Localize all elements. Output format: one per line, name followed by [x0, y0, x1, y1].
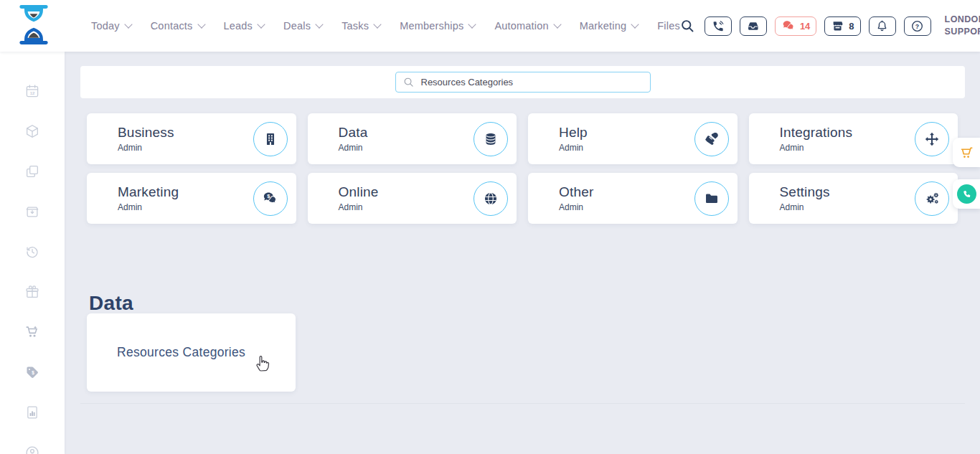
chevron-down-icon: [315, 20, 323, 28]
question-circle-icon: ?: [910, 19, 924, 33]
hands-helping-icon: [694, 122, 729, 156]
store-button[interactable]: 8: [824, 16, 860, 36]
card-subtitle: Admin: [559, 202, 594, 212]
database-icon: [473, 122, 508, 156]
nav-label: Automation: [494, 20, 548, 32]
gift-icon[interactable]: [24, 284, 40, 300]
copy-icon[interactable]: [24, 164, 40, 179]
building-icon: [253, 122, 288, 156]
folder-icon: [694, 181, 729, 216]
user-name: LONDON SUPPORT: [945, 14, 980, 38]
chevron-down-icon: [374, 20, 382, 28]
search-band: [80, 66, 965, 98]
section-title: Data: [89, 292, 133, 315]
nav-label: Deals: [283, 20, 311, 32]
user-name-line2: SUPPORT: [945, 26, 980, 38]
main-nav: Today Contacts Leads Deals Tasks Members…: [91, 20, 680, 32]
section-divider: [80, 403, 965, 404]
card-subtitle: Admin: [559, 143, 588, 153]
chevron-down-icon: [257, 20, 265, 28]
category-card-marketing[interactable]: MarketingAdmin $: [87, 173, 296, 224]
inbox-icon: [746, 19, 760, 33]
card-subtitle: Admin: [339, 202, 379, 212]
cube-icon[interactable]: [24, 123, 40, 139]
nav-label: Today: [91, 20, 120, 32]
main-content: BusinessAdmin DataAdmin: [65, 52, 980, 454]
phone-circle-icon: [957, 184, 976, 204]
history-icon[interactable]: [24, 244, 40, 260]
nav-label: Marketing: [580, 20, 626, 32]
user-name-line1: LONDON: [945, 14, 980, 26]
category-card-help[interactable]: HelpAdmin: [528, 113, 738, 164]
category-card-online[interactable]: OnlineAdmin: [308, 173, 517, 224]
comment-dollar-icon: $: [253, 181, 288, 216]
chat-button[interactable]: 14: [775, 16, 816, 36]
resources-categories-card[interactable]: Resources Categories: [87, 313, 296, 392]
search-icon[interactable]: [680, 19, 694, 33]
category-card-settings[interactable]: SettingsAdmin: [749, 173, 958, 224]
svg-text:?: ?: [915, 22, 919, 29]
shopping-cart-icon[interactable]: [24, 324, 40, 340]
nav-item-leads[interactable]: Leads: [224, 20, 265, 32]
card-subtitle: Admin: [339, 143, 368, 153]
nav-item-contacts[interactable]: Contacts: [151, 20, 204, 32]
arrows-move-icon: [915, 122, 949, 156]
category-card-data[interactable]: DataAdmin: [308, 113, 517, 164]
category-card-integrations[interactable]: IntegrationsAdmin: [749, 113, 958, 164]
resources-categories-label: Resources Categories: [117, 345, 245, 360]
chat-count-badge: 14: [800, 21, 810, 32]
user-circle-icon[interactable]: [24, 445, 40, 454]
topbar-actions: 14 8 ? LONDON SUPPORT: [680, 14, 980, 38]
card-title: Online: [339, 184, 379, 200]
card-title: Help: [559, 125, 588, 141]
bell-icon: [875, 19, 889, 33]
nav-item-files[interactable]: Files: [657, 20, 680, 32]
svg-text:12: 12: [30, 91, 35, 95]
store-count-badge: 8: [849, 21, 854, 32]
category-card-business[interactable]: BusinessAdmin: [87, 113, 296, 164]
phone-edge-tab[interactable]: [953, 179, 980, 209]
card-title: Marketing: [118, 184, 179, 200]
svg-text:$: $: [32, 370, 34, 376]
search-input[interactable]: [420, 76, 643, 88]
gears-icon: [915, 181, 949, 216]
left-sidebar: 12 $: [0, 52, 65, 454]
storefront-icon: [831, 19, 844, 33]
cart-edge-tab[interactable]: [953, 138, 980, 167]
card-subtitle: Admin: [118, 202, 179, 212]
nav-label: Memberships: [400, 20, 463, 32]
category-search: [395, 72, 651, 93]
category-grid: BusinessAdmin DataAdmin: [87, 113, 958, 224]
help-button[interactable]: ?: [904, 16, 931, 36]
top-bar: Today Contacts Leads Deals Tasks Members…: [0, 0, 980, 52]
price-tag-icon[interactable]: $: [24, 364, 40, 380]
report-icon[interactable]: [24, 405, 40, 420]
calendar-icon[interactable]: 12: [24, 83, 40, 99]
notifications-button[interactable]: [869, 16, 896, 36]
category-card-other[interactable]: OtherAdmin: [528, 173, 738, 224]
chevron-down-icon: [468, 20, 476, 28]
nav-item-tasks[interactable]: Tasks: [341, 20, 380, 32]
nav-label: Files: [657, 20, 680, 32]
card-subtitle: Admin: [118, 143, 174, 153]
card-title: Other: [559, 184, 594, 200]
card-title: Integrations: [780, 125, 853, 141]
nav-item-today[interactable]: Today: [91, 20, 131, 32]
nav-label: Tasks: [341, 20, 369, 32]
cart-icon: [958, 145, 974, 161]
nav-item-marketing[interactable]: Marketing: [580, 20, 638, 32]
card-title: Settings: [780, 184, 830, 200]
card-subtitle: Admin: [780, 143, 853, 153]
nav-item-deals[interactable]: Deals: [283, 20, 322, 32]
inbox-button[interactable]: [740, 16, 767, 36]
box-import-icon[interactable]: [24, 204, 40, 219]
phone-button[interactable]: [705, 16, 732, 36]
nav-item-memberships[interactable]: Memberships: [400, 20, 475, 32]
chat-bubbles-icon: [781, 19, 796, 33]
card-title: Business: [118, 125, 174, 141]
nav-item-automation[interactable]: Automation: [494, 20, 560, 32]
hourglass-icon: [18, 4, 50, 45]
chevron-down-icon: [197, 20, 205, 28]
phone-volume-icon: [711, 19, 725, 33]
hourglass-logo[interactable]: [18, 4, 50, 48]
